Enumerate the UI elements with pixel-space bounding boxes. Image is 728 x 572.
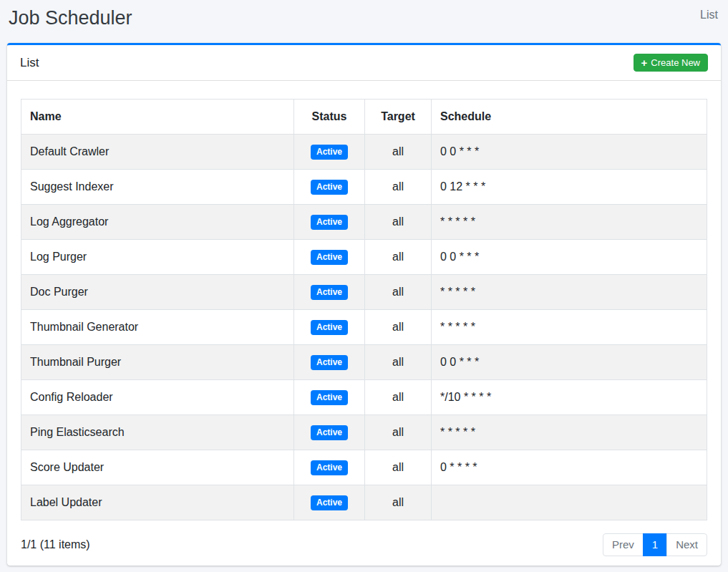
job-target-cell: all: [365, 380, 432, 415]
pagination-next-button[interactable]: Next: [666, 533, 707, 556]
plus-icon: +: [641, 58, 648, 67]
column-header-schedule: Schedule: [432, 100, 707, 135]
list-card: List + Create New Name Status Target Sch…: [7, 43, 721, 566]
job-target-cell: all: [365, 205, 432, 240]
job-schedule-cell: */10 * * * *: [432, 380, 707, 415]
create-new-button[interactable]: + Create New: [634, 54, 708, 72]
status-badge: Active: [311, 495, 348, 510]
status-badge: Active: [311, 250, 348, 265]
pagination-prev-button[interactable]: Prev: [603, 533, 644, 556]
job-name-cell: Ping Elasticsearch: [21, 415, 294, 450]
column-header-target: Target: [365, 100, 432, 135]
column-header-name: Name: [21, 100, 294, 135]
status-badge: Active: [311, 425, 348, 440]
status-badge: Active: [311, 390, 348, 405]
job-table: Name Status Target Schedule Default Craw…: [21, 99, 707, 520]
job-status-cell: Active: [294, 135, 365, 170]
job-target-cell: all: [365, 275, 432, 310]
table-footer: 1/1 (11 items) Prev 1 Next: [21, 533, 707, 556]
job-name-cell: Log Aggregator: [21, 205, 294, 240]
job-name-cell: Default Crawler: [21, 135, 294, 170]
status-badge: Active: [311, 145, 348, 160]
table-row[interactable]: Thumbnail Purger Active all 0 0 * * *: [21, 345, 707, 380]
status-badge: Active: [311, 320, 348, 335]
job-status-cell: Active: [294, 380, 365, 415]
job-target-cell: all: [365, 310, 432, 345]
job-status-cell: Active: [294, 450, 365, 485]
card-header: List + Create New: [7, 45, 721, 81]
job-status-cell: Active: [294, 275, 365, 310]
job-name-cell: Score Updater: [21, 450, 294, 485]
job-target-cell: all: [365, 450, 432, 485]
job-status-cell: Active: [294, 240, 365, 275]
job-status-cell: Active: [294, 205, 365, 240]
table-header-row: Name Status Target Schedule: [21, 100, 707, 135]
job-status-cell: Active: [294, 485, 365, 520]
job-schedule-cell: * * * * *: [432, 205, 707, 240]
job-name-cell: Config Reloader: [21, 380, 294, 415]
job-name-cell: Thumbnail Generator: [21, 310, 294, 345]
table-row[interactable]: Ping Elasticsearch Active all * * * * *: [21, 415, 707, 450]
job-status-cell: Active: [294, 310, 365, 345]
pagination-page-button[interactable]: 1: [643, 533, 667, 556]
job-target-cell: all: [365, 135, 432, 170]
page-header: Job Scheduler List: [0, 0, 728, 33]
job-target-cell: all: [365, 240, 432, 275]
job-status-cell: Active: [294, 170, 365, 205]
status-badge: Active: [311, 215, 348, 230]
create-new-button-label: Create New: [651, 57, 700, 68]
table-row[interactable]: Log Purger Active all 0 0 * * *: [21, 240, 707, 275]
job-name-cell: Label Updater: [21, 485, 294, 520]
table-row[interactable]: Score Updater Active all 0 * * * *: [21, 450, 707, 485]
job-target-cell: all: [365, 485, 432, 520]
job-name-cell: Log Purger: [21, 240, 294, 275]
job-schedule-cell: * * * * *: [432, 415, 707, 450]
job-target-cell: all: [365, 345, 432, 380]
table-row[interactable]: Suggest Indexer Active all 0 12 * * *: [21, 170, 707, 205]
job-table-body: Default Crawler Active all 0 0 * * * Sug…: [21, 135, 707, 520]
job-schedule-cell: 0 0 * * *: [432, 135, 707, 170]
job-name-cell: Thumbnail Purger: [21, 345, 294, 380]
job-status-cell: Active: [294, 415, 365, 450]
job-target-cell: all: [365, 170, 432, 205]
job-schedule-cell: * * * * *: [432, 275, 707, 310]
job-schedule-cell: 0 0 * * *: [432, 345, 707, 380]
job-schedule-cell: * * * * *: [432, 310, 707, 345]
card-body: Name Status Target Schedule Default Craw…: [7, 81, 721, 556]
card-title: List: [20, 56, 39, 70]
breadcrumb: List: [700, 5, 718, 21]
status-badge: Active: [311, 180, 348, 195]
job-schedule-cell: 0 12 * * *: [432, 170, 707, 205]
table-row[interactable]: Label Updater Active all: [21, 485, 707, 520]
status-badge: Active: [311, 285, 348, 300]
column-header-status: Status: [294, 100, 365, 135]
job-schedule-cell: 0 0 * * *: [432, 240, 707, 275]
status-badge: Active: [311, 355, 348, 370]
status-badge: Active: [311, 460, 348, 475]
page-title: Job Scheduler: [9, 5, 132, 31]
table-row[interactable]: Log Aggregator Active all * * * * *: [21, 205, 707, 240]
job-schedule-cell: [432, 485, 707, 520]
table-row[interactable]: Default Crawler Active all 0 0 * * *: [21, 135, 707, 170]
job-target-cell: all: [365, 415, 432, 450]
table-row[interactable]: Config Reloader Active all */10 * * * *: [21, 380, 707, 415]
job-status-cell: Active: [294, 345, 365, 380]
job-name-cell: Doc Purger: [21, 275, 294, 310]
table-row[interactable]: Thumbnail Generator Active all * * * * *: [21, 310, 707, 345]
job-name-cell: Suggest Indexer: [21, 170, 294, 205]
table-row[interactable]: Doc Purger Active all * * * * *: [21, 275, 707, 310]
pagination: Prev 1 Next: [603, 533, 707, 556]
result-summary: 1/1 (11 items): [21, 538, 90, 551]
job-schedule-cell: 0 * * * *: [432, 450, 707, 485]
